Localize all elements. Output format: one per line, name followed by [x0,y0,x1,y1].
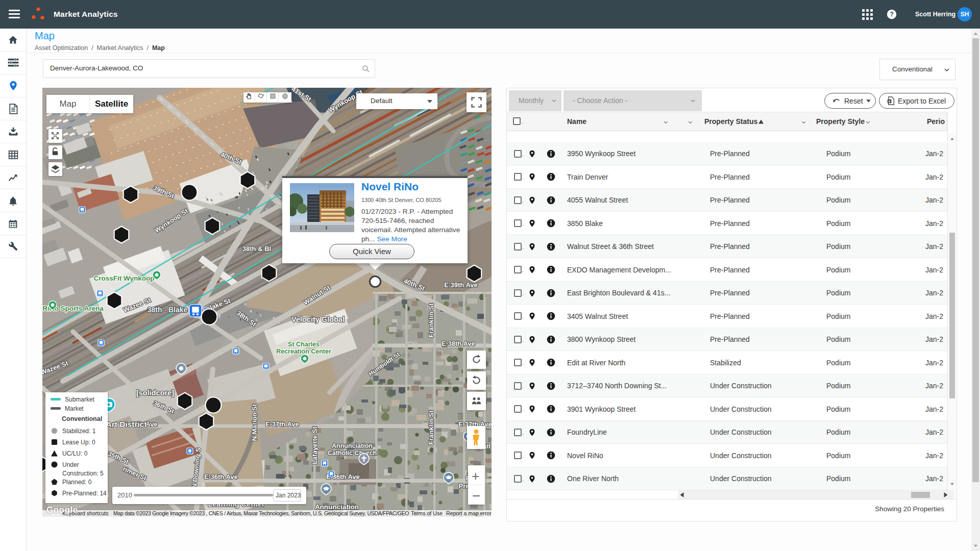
svg-text:x: x [889,99,891,103]
svg-text:39th St: 39th St [152,184,176,200]
svg-text:E 37th Ave: E 37th Ave [265,420,299,428]
svg-text:Wynkoop St: Wynkoop St [153,207,190,234]
svg-text:Franklin St: Franklin St [427,303,435,338]
svg-text:rimer St: rimer St [121,465,148,482]
svg-text:E 38th Ave: E 38th Ave [442,340,475,347]
svg-text:Wazee St: Wazee St [42,359,69,377]
svg-text:[solidcore]: [solidcore] [136,389,174,397]
svg-text:36th St: 36th St [152,399,176,415]
svg-text:E 36th Ave: E 36th Ave [204,473,238,481]
svg-text:38th & Bl: 38th & Bl [242,245,271,253]
svg-text:?: ? [890,11,894,18]
svg-text:Catholic Church: Catholic Church [328,449,377,457]
svg-text:Lafayette St: Lafayette St [311,426,318,464]
svg-text:38th St: 38th St [235,309,258,329]
svg-text:40th St: 40th St [403,277,426,292]
svg-text:38th - Blake: 38th - Blake [148,306,188,314]
svg-text:41st St: 41st St [290,88,312,103]
svg-text:N Marion St: N Marion St [251,404,258,441]
svg-text:Annunciation: Annunciation [315,503,359,511]
svg-text:St Charles: St Charles [288,341,320,348]
svg-text:E 39th Ave: E 39th Ave [444,281,478,289]
svg-text:Humboldt St: Humboldt St [367,351,401,378]
svg-text:Velocity Global: Velocity Global [291,315,345,323]
svg-text:40th St: 40th St [219,151,243,166]
svg-text:Walnut St: Walnut St [302,283,332,306]
svg-text:35th St: 35th St [107,449,130,466]
svg-text:Franklin St: Franklin St [427,410,435,445]
svg-text:Recreation Center: Recreation Center [276,348,331,355]
svg-text:Annunciation: Annunciation [332,442,373,449]
svg-text:CrossFit Wynkoop: CrossFit Wynkoop [93,274,154,282]
